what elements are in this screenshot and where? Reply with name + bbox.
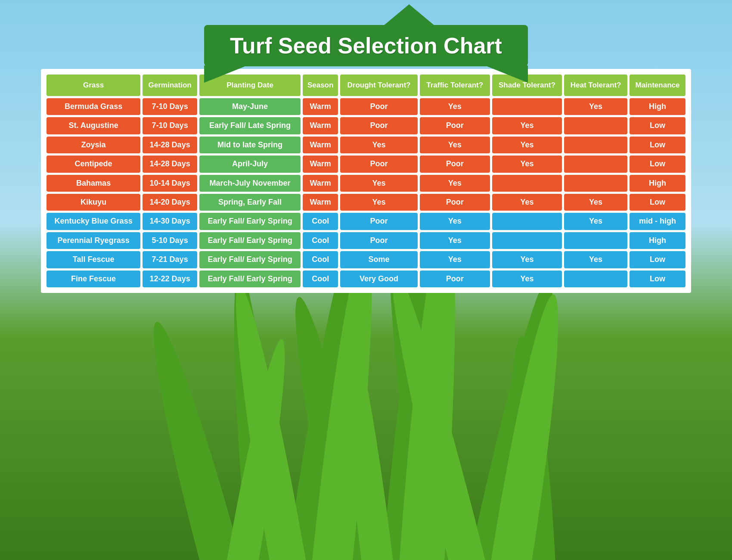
cell-maintenance: High (630, 175, 685, 192)
header-germination: Germination (143, 75, 197, 96)
cell-traffic: Poor (420, 156, 490, 172)
table-row: Kikuyu14-20 DaysSpring, Early FallWarmYe… (47, 194, 685, 211)
cell-season: Warm (303, 98, 338, 115)
cell-season: Cool (303, 232, 338, 249)
cell-grass: Bahamas (47, 175, 140, 192)
cell-planting: May-June (199, 98, 301, 115)
cell-maintenance: Low (630, 251, 685, 268)
cell-drought: Poor (340, 232, 418, 249)
cell-shade: Yes (492, 271, 562, 287)
turf-table: Grass Germination Planting Date Season D… (44, 72, 688, 289)
table-row: Bahamas10-14 DaysMarch-July NovemberWarm… (47, 175, 685, 192)
cell-heat (564, 271, 627, 287)
cell-heat: Yes (564, 98, 627, 115)
cell-drought: Yes (340, 137, 418, 153)
cell-season: Warm (303, 117, 338, 134)
cell-drought: Poor (340, 156, 418, 172)
cell-traffic: Yes (420, 137, 490, 153)
cell-grass: St. Augustine (47, 117, 140, 134)
cell-drought: Some (340, 251, 418, 268)
cell-heat (564, 156, 627, 172)
top-arrow-icon (383, 4, 435, 26)
bottom-right-arrow-icon (485, 65, 528, 83)
header-maintenance: Maintenance (630, 75, 685, 96)
table-row: Tall Fescue7-21 DaysEarly Fall/ Early Sp… (47, 251, 685, 268)
cell-planting: March-July November (199, 175, 301, 192)
cell-season: Cool (303, 251, 338, 268)
cell-heat: Yes (564, 251, 627, 268)
table-row: Kentucky Blue Grass14-30 DaysEarly Fall/… (47, 213, 685, 230)
chart-title: Turf Seed Selection Chart (204, 25, 528, 66)
cell-planting: Early Fall/ Early Spring (199, 232, 301, 249)
cell-planting: Early Fall/ Early Spring (199, 213, 301, 230)
cell-shade: Yes (492, 137, 562, 153)
cell-grass: Zoysia (47, 137, 140, 153)
cell-shade (492, 98, 562, 115)
svg-marker-31 (204, 65, 247, 83)
cell-germination: 14-30 Days (143, 213, 197, 230)
cell-heat (564, 175, 627, 192)
cell-heat (564, 117, 627, 134)
cell-season: Cool (303, 271, 338, 287)
table-row: Fine Fescue12-22 DaysEarly Fall/ Early S… (47, 271, 685, 287)
cell-maintenance: High (630, 232, 685, 249)
cell-shade: Yes (492, 117, 562, 134)
cell-planting: April-July (199, 156, 301, 172)
cell-planting: Early Fall/ Early Spring (199, 271, 301, 287)
cell-planting: Spring, Early Fall (199, 194, 301, 211)
cell-season: Warm (303, 156, 338, 172)
cell-drought: Yes (340, 194, 418, 211)
cell-season: Warm (303, 194, 338, 211)
cell-grass: Centipede (47, 156, 140, 172)
cell-germination: 7-10 Days (143, 98, 197, 115)
cell-shade: Yes (492, 251, 562, 268)
cell-traffic: Yes (420, 251, 490, 268)
cell-germination: 7-21 Days (143, 251, 197, 268)
table-row: Perennial Ryegrass5-10 DaysEarly Fall/ E… (47, 232, 685, 249)
cell-drought: Poor (340, 117, 418, 134)
cell-traffic: Poor (420, 194, 490, 211)
cell-drought: Poor (340, 213, 418, 230)
chart-container: Grass Germination Planting Date Season D… (41, 69, 691, 293)
cell-grass: Kikuyu (47, 194, 140, 211)
cell-maintenance: High (630, 98, 685, 115)
cell-traffic: Yes (420, 213, 490, 230)
table-row: St. Augustine7-10 DaysEarly Fall/ Late S… (47, 117, 685, 134)
cell-heat (564, 232, 627, 249)
cell-grass: Tall Fescue (47, 251, 140, 268)
cell-grass: Bermuda Grass (47, 98, 140, 115)
cell-germination: 10-14 Days (143, 175, 197, 192)
cell-shade (492, 213, 562, 230)
cell-germination: 5-10 Days (143, 232, 197, 249)
cell-germination: 14-28 Days (143, 137, 197, 153)
header-heat: Heat Tolerant? (564, 75, 627, 96)
cell-traffic: Poor (420, 117, 490, 134)
cell-germination: 12-22 Days (143, 271, 197, 287)
cell-maintenance: Low (630, 271, 685, 287)
cell-planting: Mid to late Spring (199, 137, 301, 153)
cell-season: Cool (303, 213, 338, 230)
svg-marker-32 (485, 65, 528, 83)
svg-marker-30 (383, 4, 435, 26)
table-row: Bermuda Grass7-10 DaysMay-JuneWarmPoorYe… (47, 98, 685, 115)
cell-traffic: Poor (420, 271, 490, 287)
table-row: Zoysia14-28 DaysMid to late SpringWarmYe… (47, 137, 685, 153)
cell-grass: Perennial Ryegrass (47, 232, 140, 249)
bottom-left-arrow-icon (204, 65, 247, 83)
cell-season: Warm (303, 137, 338, 153)
cell-season: Warm (303, 175, 338, 192)
cell-shade: Yes (492, 156, 562, 172)
header-grass: Grass (47, 75, 140, 96)
cell-shade (492, 232, 562, 249)
cell-drought: Poor (340, 98, 418, 115)
cell-heat: Yes (564, 194, 627, 211)
cell-heat (564, 137, 627, 153)
cell-drought: Yes (340, 175, 418, 192)
cell-maintenance: Low (630, 137, 685, 153)
cell-shade: Yes (492, 194, 562, 211)
table-row: Centipede14-28 DaysApril-JulyWarmPoorPoo… (47, 156, 685, 172)
cell-planting: Early Fall/ Early Spring (199, 251, 301, 268)
cell-maintenance: Low (630, 156, 685, 172)
cell-maintenance: mid - high (630, 213, 685, 230)
cell-maintenance: Low (630, 194, 685, 211)
